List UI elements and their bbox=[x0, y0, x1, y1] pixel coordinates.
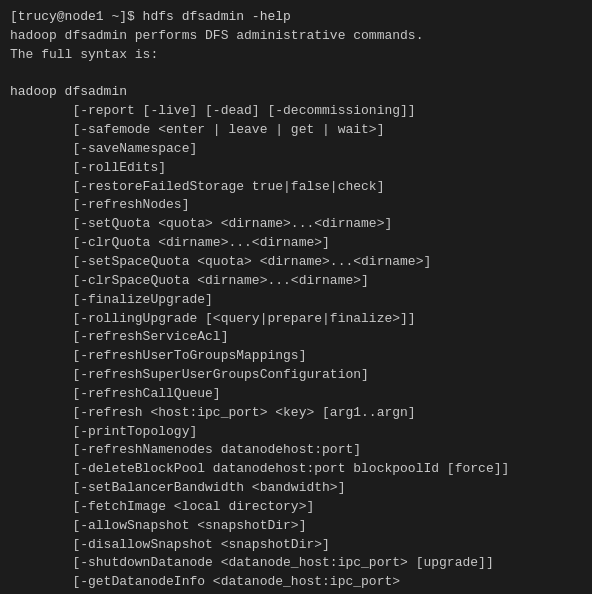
terminal-window: [trucy@node1 ~]$ hdfs dfsadmin -help had… bbox=[0, 0, 592, 594]
option-line: [-report [-live] [-dead] [-decommissioni… bbox=[10, 102, 582, 121]
option-line: [-fetchImage <local directory>] bbox=[10, 498, 582, 517]
option-line: [-setQuota <quota> <dirname>...<dirname>… bbox=[10, 215, 582, 234]
desc-line2: The full syntax is: bbox=[10, 46, 582, 65]
blank-line bbox=[10, 65, 582, 84]
options-list: [-report [-live] [-dead] [-decommissioni… bbox=[10, 102, 582, 594]
option-line: [-refreshUserToGroupsMappings] bbox=[10, 347, 582, 366]
option-line: [-printTopology] bbox=[10, 423, 582, 442]
option-line: [-refreshCallQueue] bbox=[10, 385, 582, 404]
option-line: [-refreshSuperUserGroupsConfiguration] bbox=[10, 366, 582, 385]
option-line: [-refreshServiceAcl] bbox=[10, 328, 582, 347]
option-line: [-finalizeUpgrade] bbox=[10, 291, 582, 310]
option-line: [-rollingUpgrade [<query|prepare|finaliz… bbox=[10, 310, 582, 329]
option-line: [-refreshNodes] bbox=[10, 196, 582, 215]
option-line: [-refreshNamenodes datanodehost:port] bbox=[10, 441, 582, 460]
prompt-line: [trucy@node1 ~]$ hdfs dfsadmin -help bbox=[10, 8, 582, 27]
option-line: [-refresh <host:ipc_port> <key> [arg1..a… bbox=[10, 404, 582, 423]
option-line: [-safemode <enter | leave | get | wait>] bbox=[10, 121, 582, 140]
option-line: [-restoreFailedStorage true|false|check] bbox=[10, 178, 582, 197]
option-line: [-allowSnapshot <snapshotDir>] bbox=[10, 517, 582, 536]
option-line: [-getDatanodeInfo <datanode_host:ipc_por… bbox=[10, 573, 582, 592]
option-line: [-setBalancerBandwidth <bandwidth>] bbox=[10, 479, 582, 498]
desc-line1: hadoop dfsadmin performs DFS administrat… bbox=[10, 27, 582, 46]
option-line: [-clrSpaceQuota <dirname>...<dirname>] bbox=[10, 272, 582, 291]
option-line: [-clrQuota <dirname>...<dirname>] bbox=[10, 234, 582, 253]
option-line: [-setSpaceQuota <quota> <dirname>...<dir… bbox=[10, 253, 582, 272]
option-line: [-rollEdits] bbox=[10, 159, 582, 178]
option-line: [-disallowSnapshot <snapshotDir>] bbox=[10, 536, 582, 555]
option-line: [-deleteBlockPool datanodehost:port bloc… bbox=[10, 460, 582, 479]
hadoop-cmd: hadoop dfsadmin bbox=[10, 83, 582, 102]
option-line: [-shutdownDatanode <datanode_host:ipc_po… bbox=[10, 554, 582, 573]
option-line: [-saveNamespace] bbox=[10, 140, 582, 159]
